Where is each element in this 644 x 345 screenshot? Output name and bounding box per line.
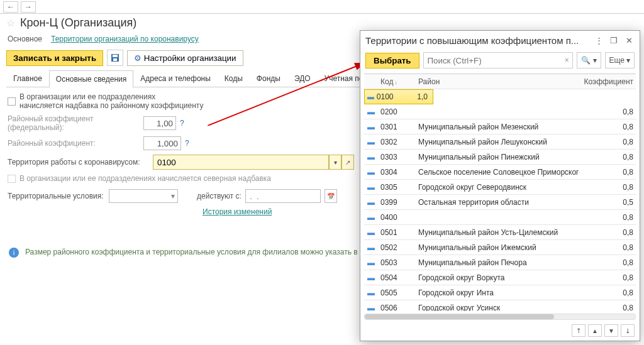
cell-region: Городской округ Инта — [416, 288, 579, 297]
cell-coef: 0,8 — [579, 273, 636, 282]
cell-code: 0303 — [378, 153, 416, 162]
table-row[interactable]: ▬04000,8 — [364, 210, 636, 225]
history-link[interactable]: История изменений — [203, 207, 272, 216]
expand-icon[interactable]: ▬ — [364, 107, 378, 116]
col-region[interactable]: Район — [416, 77, 579, 86]
table-row[interactable]: ▬0505Городской округ Инта0,8 — [364, 285, 636, 300]
table-row[interactable]: ▬0503Муниципальный район Печора0,8 — [364, 255, 636, 270]
territories-link[interactable]: Территории организаций по коронавирусу — [51, 35, 199, 43]
search-input[interactable] — [424, 53, 562, 68]
search-button[interactable]: 🔍 ▾ — [577, 52, 601, 68]
table-row[interactable]: ▬0304Сельское поселение Соловецкое Примо… — [364, 165, 636, 180]
expand-icon[interactable]: ▬ — [364, 183, 378, 192]
territory-input[interactable] — [153, 155, 329, 170]
tab-1[interactable]: Основные сведения — [49, 70, 133, 87]
scroll-up-button[interactable]: ▲ — [588, 324, 602, 337]
tab-3[interactable]: Коды — [218, 70, 250, 87]
save-button[interactable] — [107, 50, 123, 66]
table-row[interactable]: ▬0506Городской округ Усинск0,8 — [364, 300, 636, 311]
section-main-link[interactable]: Основное — [8, 35, 42, 43]
table-row[interactable]: ▬0302Муниципальный район Лешуконский0,8 — [364, 134, 636, 150]
table-row[interactable]: ▬0502Муниципальный район Ижемский0,8 — [364, 240, 636, 255]
expand-icon[interactable]: ▬ — [364, 273, 378, 282]
cell-coef: 0,8 — [579, 288, 636, 297]
popup-title: Территории с повышающим коэффициентом п.… — [365, 35, 589, 46]
help-icon[interactable]: ? — [180, 119, 184, 128]
table-row[interactable]: ▬0501Муниципальный район Усть-Цилемский0… — [364, 225, 636, 240]
expand-icon[interactable]: ▬ — [364, 153, 378, 162]
valid-from-date[interactable] — [245, 189, 321, 203]
select-button[interactable]: Выбрать — [365, 53, 419, 68]
svg-rect-2 — [113, 58, 117, 61]
northern-surcharge-checkbox — [8, 175, 16, 183]
chk1-line1: В организации или ее подразделениях — [19, 92, 203, 101]
terr-cond-select[interactable]: ▾ — [109, 189, 178, 203]
cell-coef: 0,8 — [579, 243, 636, 252]
popup-close-icon[interactable]: ✕ — [623, 35, 635, 46]
clear-search-icon[interactable]: × — [561, 56, 572, 65]
valid-from-label: действуют с: — [197, 192, 242, 200]
popup-restore-icon[interactable]: ❐ — [608, 35, 619, 46]
expand-icon[interactable]: ▬ — [365, 92, 374, 101]
cell-coef: 0,8 — [579, 153, 636, 162]
tab-4[interactable]: Фонды — [250, 70, 287, 87]
expand-icon[interactable]: ▬ — [364, 258, 378, 267]
expand-icon[interactable]: ▬ — [364, 304, 378, 312]
table-row[interactable]: ▬0504Городской округ Воркута0,8 — [364, 270, 636, 285]
cell-region: Муниципальный район Печора — [416, 258, 579, 267]
popup-menu-icon[interactable]: ⋮ — [593, 35, 604, 46]
territory-dropdown-button[interactable]: ▾ — [329, 155, 341, 170]
nav-back-button[interactable]: ← — [3, 1, 18, 13]
cell-region: Муниципальный район Лешуконский — [416, 138, 579, 146]
col-coef[interactable]: Коэффициент — [579, 77, 636, 86]
table-row[interactable]: ▬02000,8 — [364, 104, 636, 119]
cell-coef: 0,8 — [579, 107, 636, 116]
table-row[interactable]: ▬0399Остальная территория области0,5 — [364, 195, 636, 210]
org-settings-label: Настройки организации — [144, 53, 236, 63]
rk-label: Районный коэффициент: — [8, 139, 140, 148]
expand-icon[interactable]: ▬ — [364, 198, 378, 207]
scroll-bottom-button[interactable]: ⤓ — [621, 324, 635, 337]
expand-icon[interactable]: ▬ — [364, 228, 378, 237]
more-button[interactable]: Еще ▾ — [605, 52, 635, 68]
table-row[interactable]: ▬01001,0 — [364, 89, 433, 104]
tab-5[interactable]: ЭДО — [287, 70, 318, 87]
help-icon-2[interactable]: ? — [185, 139, 189, 148]
territories-popup: Территории с повышающим коэффициентом п.… — [360, 30, 640, 341]
expand-icon[interactable]: ▬ — [364, 288, 378, 297]
territory-open-button[interactable]: ↗ — [341, 155, 354, 170]
scroll-down-button[interactable]: ▼ — [604, 324, 618, 337]
cell-region: Муниципальный район Усть-Цилемский — [416, 228, 579, 237]
expand-icon[interactable]: ▬ — [364, 138, 378, 146]
rk-federal-label: Районный коэффициент (федеральный): — [8, 114, 140, 132]
tab-2[interactable]: Адреса и телефоны — [133, 70, 218, 87]
cell-region: Остальная территория области — [416, 198, 579, 207]
cell-coef: 0,5 — [579, 198, 636, 207]
cell-region: Муниципальный район Ижемский — [416, 243, 579, 252]
tab-0[interactable]: Главное — [6, 70, 49, 87]
cell-code: 0502 — [378, 243, 416, 252]
cell-code: 0400 — [378, 213, 416, 222]
rk-federal-input[interactable] — [143, 116, 176, 130]
calendar-icon[interactable]: 📅 — [325, 189, 337, 203]
cell-coef: 0,8 — [579, 213, 636, 222]
org-settings-button[interactable]: ⚙ Настройки организации — [127, 50, 243, 66]
rk-input[interactable] — [143, 136, 181, 150]
regional-surcharge-checkbox[interactable] — [8, 97, 16, 106]
cell-coef: 0,8 — [579, 168, 636, 177]
scroll-top-button[interactable]: ⤒ — [572, 324, 586, 337]
horizontal-scrollbar[interactable] — [364, 312, 636, 321]
expand-icon[interactable]: ▬ — [364, 123, 378, 131]
nav-forward-button[interactable]: → — [21, 1, 36, 13]
table-row[interactable]: ▬0305Городской округ Северодвинск0,8 — [364, 180, 636, 195]
cell-coef: 0,8 — [579, 123, 636, 131]
table-row[interactable]: ▬0301Муниципальный район Мезенский0,8 — [364, 119, 636, 134]
cell-code: 0399 — [378, 198, 416, 207]
table-row[interactable]: ▬0303Муниципальный район Пинежский0,8 — [364, 150, 636, 165]
col-code[interactable]: Код↓ — [378, 77, 416, 86]
save-and-close-button[interactable]: Записать и закрыть — [6, 50, 103, 66]
expand-icon[interactable]: ▬ — [364, 168, 378, 177]
expand-icon[interactable]: ▬ — [364, 213, 378, 222]
expand-icon[interactable]: ▬ — [364, 243, 378, 252]
favorite-star-icon[interactable]: ☆ — [6, 17, 15, 29]
